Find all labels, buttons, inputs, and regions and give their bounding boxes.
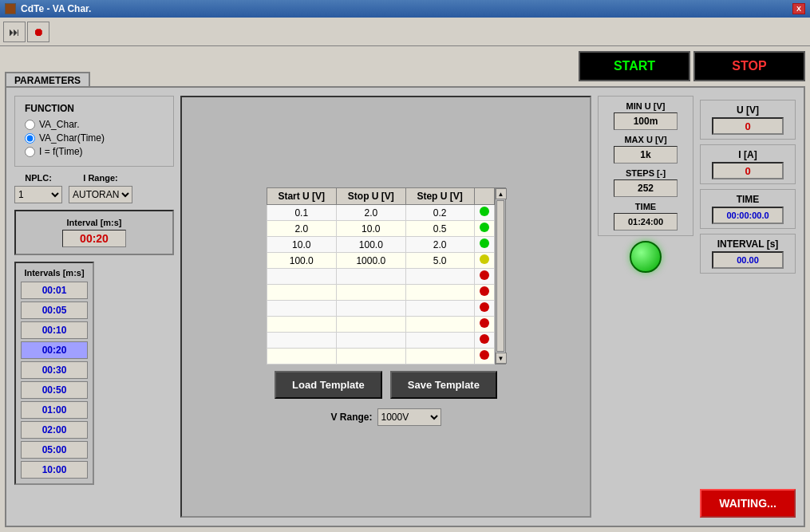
table-row[interactable] bbox=[267, 269, 494, 285]
time-label: TIME bbox=[635, 202, 656, 211]
stop-button[interactable]: STOP bbox=[693, 51, 805, 81]
cell-indicator bbox=[474, 349, 494, 365]
min-u-label: MIN U [V] bbox=[626, 101, 666, 111]
scroll-down-button[interactable]: ▼ bbox=[496, 353, 507, 364]
top-bar: START STOP bbox=[5, 51, 805, 81]
min-u-row: MIN U [V] 100m bbox=[603, 101, 688, 130]
cell-step: 2.0 bbox=[405, 237, 474, 253]
intervals-panel: Intervals [m:s] 00:01 00:05 00:10 00:20 … bbox=[14, 262, 94, 485]
interval-btn-1000[interactable]: 10:00 bbox=[21, 461, 88, 479]
time-display-label: TIME bbox=[737, 194, 760, 205]
record-button[interactable]: ⏺ bbox=[27, 22, 49, 42]
table-scrollbar[interactable]: ▲ ▼ bbox=[495, 187, 506, 365]
time-value: 01:24:00 bbox=[614, 213, 678, 231]
cell-indicator bbox=[474, 221, 494, 237]
center-panel: Start U [V] Stop U [V] Step U [V] 0.1 2.… bbox=[180, 96, 591, 518]
table-row[interactable] bbox=[267, 333, 494, 349]
far-right-panel: U [V] 0 I [A] 0 TIME 00:00:00.0 INTERVAL… bbox=[700, 96, 796, 518]
table-row[interactable]: 2.0 10.0 0.5 bbox=[267, 221, 494, 237]
interval-btn-0500[interactable]: 05:00 bbox=[21, 441, 88, 459]
interval-display: Interval [m:s] 00:20 bbox=[14, 210, 174, 255]
radio-va-char[interactable]: VA_Char. bbox=[25, 119, 164, 130]
cell-start: 100.0 bbox=[267, 253, 336, 269]
title-bar: CdTe - VA Char. X bbox=[0, 0, 810, 18]
table-row[interactable] bbox=[267, 285, 494, 301]
save-template-button[interactable]: Save Template bbox=[390, 371, 497, 399]
nplc-label: NPLC: bbox=[25, 173, 52, 183]
interval-btn-0005[interactable]: 00:05 bbox=[21, 301, 88, 319]
cell-start bbox=[267, 269, 336, 285]
cell-step bbox=[405, 317, 474, 333]
cell-step: 5.0 bbox=[405, 253, 474, 269]
cell-indicator bbox=[474, 317, 494, 333]
cell-stop bbox=[336, 301, 405, 317]
cell-step bbox=[405, 269, 474, 285]
interval-label: Interval [m:s] bbox=[66, 218, 121, 227]
template-buttons: Load Template Save Template bbox=[275, 371, 497, 399]
cell-start: 0.1 bbox=[267, 205, 336, 221]
max-u-value: 1k bbox=[614, 146, 678, 164]
left-panel: FUNCTION VA_Char. VA_Char(Time) I = f(Ti… bbox=[14, 96, 174, 518]
scroll-up-button[interactable]: ▲ bbox=[496, 188, 507, 199]
u-display-value: 0 bbox=[712, 117, 784, 135]
cell-start bbox=[267, 285, 336, 301]
radio-i-f-time[interactable]: I = f(Time) bbox=[25, 146, 164, 157]
table-row[interactable] bbox=[267, 317, 494, 333]
radio-va-char-time-label: VA_Char(Time) bbox=[39, 132, 105, 144]
cell-start bbox=[267, 317, 336, 333]
interval-btn-0200[interactable]: 02:00 bbox=[21, 421, 88, 439]
waiting-button[interactable]: WAITING... bbox=[700, 489, 796, 518]
table-row[interactable]: 0.1 2.0 0.2 bbox=[267, 205, 494, 221]
load-template-button[interactable]: Load Template bbox=[275, 371, 382, 399]
irange-label: I Range: bbox=[83, 173, 117, 183]
cell-stop: 2.0 bbox=[336, 205, 405, 221]
table-row[interactable]: 100.0 1000.0 5.0 bbox=[267, 253, 494, 269]
nplc-irange-group: NPLC: 1 I Range: AUTORANG bbox=[14, 173, 174, 203]
cell-start bbox=[267, 349, 336, 365]
nplc-box: NPLC: 1 bbox=[14, 173, 62, 203]
status-indicator bbox=[630, 241, 662, 273]
table-row[interactable] bbox=[267, 301, 494, 317]
interval-btn-0010[interactable]: 00:10 bbox=[21, 321, 88, 339]
function-label: FUNCTION bbox=[25, 103, 164, 114]
interval-btn-0100[interactable]: 01:00 bbox=[21, 401, 88, 419]
table-row[interactable] bbox=[267, 349, 494, 365]
interval-btn-0030[interactable]: 00:30 bbox=[21, 361, 88, 379]
time-row: TIME 01:24:00 bbox=[603, 202, 688, 231]
irange-select[interactable]: AUTORANG bbox=[69, 186, 132, 203]
parameters-tab[interactable]: PARAMETERS bbox=[5, 72, 90, 88]
scroll-thumb[interactable] bbox=[496, 200, 504, 352]
interval-btn-0050[interactable]: 00:50 bbox=[21, 381, 88, 399]
vrange-select[interactable]: 1000V 100V 10V bbox=[377, 408, 441, 426]
radio-va-char-time-input[interactable] bbox=[25, 133, 35, 144]
steps-label: STEPS [-] bbox=[626, 168, 666, 178]
col-start-u: Start U [V] bbox=[267, 188, 336, 205]
table-row[interactable]: 10.0 100.0 2.0 bbox=[267, 237, 494, 253]
steps-value: 252 bbox=[614, 179, 678, 197]
vrange-label: V Range: bbox=[330, 412, 372, 423]
i-display-value: 0 bbox=[712, 162, 784, 179]
intervals-label: Intervals [m:s] bbox=[21, 268, 88, 278]
cell-stop: 10.0 bbox=[336, 221, 405, 237]
radio-i-f-time-label: I = f(Time) bbox=[39, 146, 83, 157]
run-button[interactable]: ⏭ bbox=[3, 22, 26, 42]
radio-va-char-input[interactable] bbox=[25, 120, 35, 130]
radio-va-char-time[interactable]: VA_Char(Time) bbox=[25, 132, 164, 144]
steps-row: STEPS [-] 252 bbox=[603, 168, 688, 197]
interval-btn-0020[interactable]: 00:20 bbox=[21, 341, 88, 359]
cell-indicator bbox=[474, 285, 494, 301]
cell-indicator bbox=[474, 269, 494, 285]
radio-va-char-label: VA_Char. bbox=[39, 119, 79, 130]
app-icon bbox=[5, 3, 16, 14]
cell-step bbox=[405, 333, 474, 349]
record-icon: ⏺ bbox=[33, 26, 44, 38]
radio-i-f-time-input[interactable] bbox=[25, 147, 35, 157]
cell-stop: 100.0 bbox=[336, 237, 405, 253]
interval-display-far: INTERVAL [s] 00.00 bbox=[700, 234, 796, 274]
interval-btn-0001[interactable]: 00:01 bbox=[21, 282, 88, 299]
nplc-select[interactable]: 1 bbox=[14, 186, 62, 203]
start-button[interactable]: START bbox=[579, 51, 690, 81]
max-u-row: MAX U [V] 1k bbox=[603, 135, 688, 164]
function-group: FUNCTION VA_Char. VA_Char(Time) I = f(Ti… bbox=[14, 96, 174, 167]
close-button[interactable]: X bbox=[792, 3, 805, 14]
